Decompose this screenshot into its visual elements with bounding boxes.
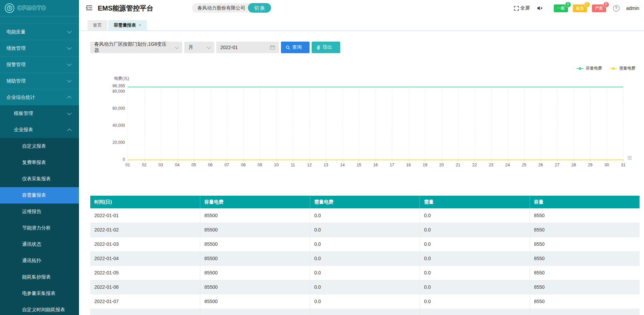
chevron-down-icon — [207, 45, 210, 49]
fullscreen-button[interactable]: 全屏 — [514, 5, 530, 11]
alarm-count-badge: 0 — [565, 2, 571, 7]
table-column-header: 容量 — [530, 196, 640, 208]
x-axis-label: 12 — [307, 163, 312, 167]
x-axis-label: 21 — [456, 163, 460, 167]
alarm-button-0[interactable]: 一般0 — [554, 4, 568, 12]
table-cell: 0.0 — [420, 266, 530, 280]
user-name[interactable]: admin — [626, 5, 639, 11]
tab-capacity-demand-report[interactable]: 容需量报表× — [108, 20, 147, 30]
x-axis-label: 08 — [241, 163, 246, 167]
sidebar-item-capacity-demand-report[interactable]: 容需量报表 — [0, 187, 79, 204]
x-axis-label: 24 — [505, 163, 510, 167]
table-cell: 85500 — [200, 208, 310, 223]
switch-company-button[interactable]: 切 换 — [248, 3, 271, 13]
legend-item[interactable]: 需量电费 — [610, 65, 635, 71]
sidebar-item-label: 容需量报表 — [22, 192, 46, 198]
table-row: 2022-01-04855000.00.08550 — [90, 251, 640, 266]
alarm-button-1[interactable]: 紧急0 — [573, 4, 587, 12]
group-select[interactable]: 春风动力厂区按部门划分,1G8变压器 — [90, 42, 182, 53]
chevron-down-icon — [175, 45, 178, 49]
table-cell: 8550 — [530, 266, 640, 280]
alarm-count-badge: 0 — [584, 2, 590, 7]
export-button[interactable]: 导出 — [312, 42, 340, 53]
collapse-sidebar-icon[interactable] — [86, 5, 93, 12]
table-cell: 85500 — [200, 237, 310, 251]
table-cell: 0.0 — [420, 237, 530, 251]
company-selector: 春风动力股份有限公司 切 换 — [192, 3, 271, 13]
x-axis-label: 05 — [191, 163, 196, 167]
alarm-button-label: 紧急 — [576, 6, 584, 11]
sidebar-item-performance-mgmt[interactable]: 绩效管理 — [0, 40, 79, 56]
sidebar-item-template-mgmt[interactable]: 模板管理 — [0, 105, 79, 122]
sidebar-item-comm-topology[interactable]: 通讯拓扑 — [0, 253, 79, 269]
table-cell: 8550 — [530, 294, 640, 309]
alarm-button-label: 严重 — [595, 6, 603, 11]
date-input[interactable]: 2022-01 — [216, 42, 279, 53]
sidebar-item-custom-time-energy-report[interactable]: 自定义时间能耗报表 — [0, 302, 79, 315]
group-select-value: 春风动力厂区按部门划分,1G8变压器 — [94, 41, 171, 54]
legend-item[interactable]: 容量电费 — [576, 65, 602, 71]
x-axis-label: 29 — [588, 163, 592, 167]
query-button-label: 查询 — [292, 44, 302, 50]
table-cell: 0.0 — [310, 294, 420, 309]
legend-label: 容量电费 — [586, 65, 602, 71]
table-cell: 85500 — [200, 266, 310, 280]
sidebar-item-comm-status[interactable]: 通讯状态 — [0, 236, 79, 253]
tab-home[interactable]: 首页 — [88, 20, 107, 30]
legend-marker — [576, 68, 584, 69]
sidebar-item-multi-rate-report[interactable]: 复费率报表 — [0, 154, 79, 171]
x-axis-label: 13 — [324, 163, 328, 167]
sidebar-item-label: 报警管理 — [6, 62, 26, 68]
chevron-down-icon — [67, 111, 72, 115]
alarm-button-2[interactable]: 严重0 — [592, 4, 606, 12]
logo-text: CFMOTO — [17, 5, 46, 12]
x-axis-label: 31 — [621, 163, 625, 167]
sidebar-item-label: 绩效管理 — [6, 45, 26, 51]
report-table: 时间(日)容量电费需量电费需量容量 2022-01-01855000.00.08… — [90, 196, 640, 315]
table-cell: 8550 — [530, 251, 640, 266]
export-button-label: 导出 — [323, 44, 332, 50]
x-axis-label: 10 — [274, 163, 279, 167]
sidebar-item-label: 电参量采集报表 — [22, 290, 56, 297]
sidebar-item-enterprise-stats[interactable]: 企业综合统计 — [0, 89, 79, 105]
query-button[interactable]: 查询 — [281, 42, 310, 53]
tab-bar: 首页容需量报表× — [79, 16, 644, 31]
mute-speaker-icon[interactable] — [537, 5, 543, 11]
sidebar-item-meter-collect-report[interactable]: 仪表采集报表 — [0, 171, 79, 187]
sidebar-item-alarm-mgmt[interactable]: 报警管理 — [0, 56, 79, 73]
period-select[interactable]: 月 — [184, 42, 214, 53]
sidebar-item-ops-report[interactable]: 运维报告 — [0, 204, 79, 220]
sidebar-item-label: 企业报表 — [14, 127, 33, 133]
search-icon — [286, 45, 290, 50]
table-cell: 2022-01-03 — [90, 237, 200, 251]
sidebar-item-energy-saving-analysis[interactable]: 节能潜力分析 — [0, 220, 79, 236]
fullscreen-icon — [514, 6, 519, 11]
x-axis-label: 03 — [158, 163, 163, 167]
sidebar-item-auxiliary-mgmt[interactable]: 辅助管理 — [0, 73, 79, 89]
sidebar: S CFMOTO 电能质量绩效管理报警管理辅助管理企业综合统计模板管理企业报表自… — [0, 0, 79, 315]
table-cell: 2022-01-01 — [90, 208, 200, 223]
close-icon[interactable]: × — [139, 20, 141, 30]
page-title: EMS能源管控平台 — [98, 4, 153, 13]
x-axis-label: 09 — [257, 163, 262, 167]
sidebar-item-energy-meter-report[interactable]: 能耗集抄报表 — [0, 269, 79, 285]
sidebar-item-enterprise-report[interactable]: 企业报表 — [0, 122, 79, 138]
table-cell: 0.0 — [420, 294, 530, 309]
table-cell: 2022-01-05 — [90, 266, 200, 280]
table-cell: 0.0 — [420, 280, 530, 294]
help-icon[interactable]: ? — [613, 5, 619, 12]
x-axis-label: 07 — [224, 163, 229, 167]
period-select-value: 月 — [188, 44, 193, 50]
calendar-icon — [270, 45, 275, 50]
sidebar-item-power-quality[interactable]: 电能质量 — [0, 24, 79, 40]
table-cell: 0.0 — [420, 223, 530, 237]
sidebar-item-custom-report[interactable]: 自定义报表 — [0, 138, 79, 154]
table-cell: 85500 — [200, 251, 310, 266]
table-row: 2022-01-05855000.00.08550 — [90, 266, 640, 280]
chart-toolbox-icon[interactable] — [628, 155, 632, 160]
table-body: 2022-01-01855000.00.085502022-01-0285500… — [90, 208, 640, 309]
logo[interactable]: S CFMOTO — [0, 0, 79, 16]
sidebar-item-electric-param-report[interactable]: 电参量采集报表 — [0, 285, 79, 302]
table-cell: 85500 — [200, 294, 310, 309]
y-axis-label: 20,000 — [100, 140, 125, 145]
